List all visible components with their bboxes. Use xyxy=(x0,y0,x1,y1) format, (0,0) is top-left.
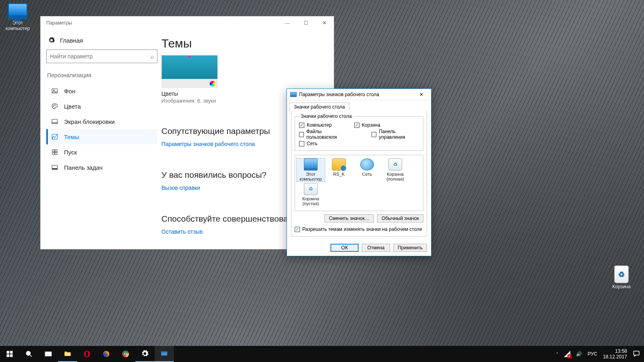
desktop-icon-this-pc[interactable]: Этот компьютер xyxy=(2,3,33,31)
nav-taskbar[interactable]: Панель задач xyxy=(46,160,157,175)
action-center-button[interactable] xyxy=(633,350,640,358)
svg-point-2 xyxy=(53,106,54,107)
theme-strip xyxy=(161,79,218,88)
icon-item-this-pc[interactable]: Этот компьютер xyxy=(297,158,325,181)
volume-icon[interactable]: 🔊 xyxy=(576,351,582,357)
nav-label: Цвета xyxy=(64,103,81,110)
theme-tile[interactable] xyxy=(161,55,218,88)
svg-rect-29 xyxy=(161,351,167,352)
icon-label: Этот компьютер xyxy=(297,172,325,181)
taskbar-app-opera[interactable] xyxy=(77,346,97,362)
taskbar-app-chrome[interactable] xyxy=(116,346,135,362)
settings-titlebar[interactable]: Параметры — ☐ ✕ xyxy=(41,16,334,29)
taskbar-app-control-panel[interactable] xyxy=(155,346,174,362)
desktop-icons-settings-link[interactable]: Параметры значков рабочего стола xyxy=(161,141,255,147)
icon-item-bin-empty[interactable]: Корзина (пустая) xyxy=(297,183,325,206)
nav-lockscreen[interactable]: Экран блокировки xyxy=(46,114,157,129)
checkbox-network[interactable]: Сеть xyxy=(299,141,318,146)
category-label: Персонализация xyxy=(47,72,157,78)
nav-themes[interactable]: Темы xyxy=(46,129,157,144)
start-icon xyxy=(51,148,58,156)
nav-start[interactable]: Пуск xyxy=(46,144,157,160)
change-icon-button[interactable]: Сменить значок… xyxy=(324,214,374,222)
search-input[interactable]: ⌕ xyxy=(46,49,157,63)
checkbox-icon xyxy=(372,132,376,137)
gear-icon xyxy=(48,37,55,44)
system-tray: ˄ 🔊 РУС 13:58 18.12.2017 xyxy=(552,346,644,362)
icon-label: Корзина (полная) xyxy=(381,172,409,181)
svg-point-4 xyxy=(56,105,56,105)
clock-time: 13:58 xyxy=(603,348,627,354)
ok-button[interactable]: ОК xyxy=(330,244,359,252)
themes-icon xyxy=(51,133,58,140)
window-title: Параметры xyxy=(46,20,72,26)
tab-desktop-icons[interactable]: Значки рабочего стола xyxy=(289,103,349,111)
apply-button[interactable]: Применить xyxy=(393,244,427,252)
checkbox-user-files[interactable]: Файлы пользователя xyxy=(299,129,349,140)
network-icon[interactable] xyxy=(564,351,570,357)
desktop-icon-label: Этот компьютер xyxy=(2,20,33,31)
clock[interactable]: 13:58 18.12.2017 xyxy=(603,348,627,360)
home-button[interactable]: Главная xyxy=(46,34,157,49)
checkbox-label: Сеть xyxy=(307,141,318,146)
checkbox-label: Файлы пользователя xyxy=(306,129,349,140)
svg-rect-21 xyxy=(65,353,71,356)
nav-label: Темы xyxy=(64,134,79,140)
taskbar-app-explorer[interactable] xyxy=(58,346,77,362)
computer-icon xyxy=(8,3,27,19)
close-button[interactable]: ✕ xyxy=(315,16,334,29)
desktop-icons-fieldset: Значки рабочего стола Компьютер Корзина … xyxy=(295,113,423,151)
nav-label: Экран блокировки xyxy=(64,118,115,125)
checkbox-allow-themes[interactable]: Разрешить темам изменять значки на рабоч… xyxy=(295,226,423,232)
checkbox-computer[interactable]: Компьютер xyxy=(299,122,332,128)
taskbar: ˄ 🔊 РУС 13:58 18.12.2017 xyxy=(0,346,644,362)
recycle-bin-full-icon xyxy=(388,158,402,171)
svg-rect-13 xyxy=(52,168,58,169)
get-help-link[interactable]: Вызов справки xyxy=(161,185,200,191)
desktop-icon-recycle-bin[interactable]: Корзина xyxy=(606,265,637,290)
checkbox-icon xyxy=(299,141,304,146)
svg-point-18 xyxy=(26,351,30,355)
checkbox-control-panel[interactable]: Панель управления xyxy=(372,129,419,140)
dialog-titlebar[interactable]: Параметры значков рабочего стола ✕ xyxy=(287,89,431,100)
maximize-button[interactable]: ☐ xyxy=(297,16,315,29)
color-wheel-icon xyxy=(210,81,215,86)
restore-default-button[interactable]: Обычный значок xyxy=(377,214,423,222)
checkbox-icon xyxy=(295,227,300,232)
svg-rect-11 xyxy=(55,152,57,154)
checkbox-icon xyxy=(299,132,304,137)
taskbar-app-settings[interactable] xyxy=(135,346,155,362)
task-view-button[interactable] xyxy=(39,346,58,362)
search-icon: ⌕ xyxy=(151,53,154,60)
network-icon xyxy=(360,158,374,171)
icon-item-user[interactable]: RS_K xyxy=(325,158,353,181)
nav-background[interactable]: Фон xyxy=(46,83,157,99)
nav-label: Фон xyxy=(64,88,75,95)
icon-label: Сеть xyxy=(353,172,381,177)
page-title: Темы xyxy=(161,37,326,50)
fieldset-legend: Значки рабочего стола xyxy=(299,113,353,119)
theme-preview xyxy=(161,55,218,79)
give-feedback-link[interactable]: Оставить отзыв xyxy=(161,228,203,235)
svg-point-3 xyxy=(54,105,55,105)
taskbar-app-firefox[interactable] xyxy=(97,346,116,362)
checkbox-recycle-bin[interactable]: Корзина xyxy=(354,122,380,128)
svg-rect-30 xyxy=(634,351,639,355)
icon-item-network[interactable]: Сеть xyxy=(353,158,381,181)
language-indicator[interactable]: РУС xyxy=(588,351,597,357)
start-button[interactable] xyxy=(0,346,19,362)
nav-colors[interactable]: Цвета xyxy=(46,99,157,114)
tray-overflow-button[interactable]: ˄ xyxy=(556,352,558,356)
icon-item-bin-full[interactable]: Корзина (полная) xyxy=(381,158,409,181)
recycle-bin-empty-icon xyxy=(304,183,318,195)
cancel-button[interactable]: Отмена xyxy=(362,244,390,252)
svg-rect-17 xyxy=(10,354,13,357)
checkbox-label: Корзина xyxy=(362,122,380,128)
minimize-button[interactable]: — xyxy=(278,16,297,29)
dialog-close-button[interactable]: ✕ xyxy=(413,90,429,99)
search-field[interactable] xyxy=(50,53,151,60)
svg-rect-19 xyxy=(45,352,48,356)
search-button[interactable] xyxy=(19,346,39,362)
svg-rect-9 xyxy=(55,150,57,152)
dialog-title: Параметры значков рабочего стола xyxy=(299,92,379,97)
